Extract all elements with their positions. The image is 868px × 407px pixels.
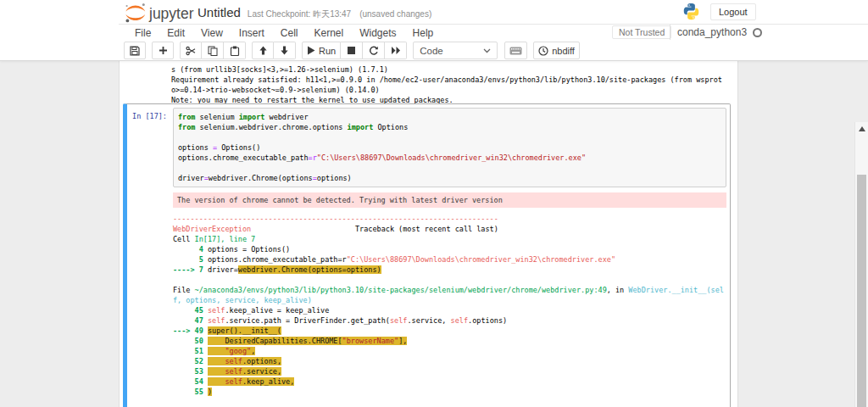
cell-type-select[interactable]: Code	[413, 42, 498, 59]
save-icon	[130, 46, 140, 56]
toolbar: Run Code	[0, 41, 868, 61]
plus-icon	[159, 46, 168, 55]
menu-help[interactable]: Help	[406, 25, 441, 41]
menu-edit[interactable]: Edit	[160, 25, 192, 41]
scrollbar-up-arrow[interactable]	[857, 124, 867, 134]
copy-cell-button[interactable]	[202, 42, 224, 59]
notebook-container: s (from urllib3[socks]<3,>=1.26->seleniu…	[119, 61, 738, 407]
cell-type-value: Code	[420, 46, 443, 56]
command-palette-button[interactable]	[504, 42, 527, 59]
menu-widgets[interactable]: Widgets	[353, 25, 403, 41]
cell-output-area: The version of chrome cannot be detected…	[173, 192, 726, 407]
cell-input-row: In [17]: from selenium import webdriverf…	[131, 108, 726, 187]
selected-code-cell[interactable]: In [17]: from selenium import webdriverf…	[123, 103, 731, 407]
previous-cell-output: s (from urllib3[socks]<3,>=1.26->seleniu…	[171, 64, 731, 105]
menu-view[interactable]: View	[194, 25, 230, 41]
move-cell-down-button[interactable]	[274, 42, 296, 59]
kernel-indicator: conda_python3	[670, 25, 762, 40]
error-traceback: ----------------------------------------…	[173, 214, 726, 407]
arrow-down-icon	[280, 46, 289, 55]
cut-cell-button[interactable]	[180, 42, 202, 59]
logout-button[interactable]: Logout	[710, 3, 756, 20]
menu-cell[interactable]: Cell	[274, 25, 305, 41]
restart-run-all-button[interactable]	[385, 42, 407, 59]
restart-kernel-button[interactable]	[363, 42, 385, 59]
chevron-down-icon	[483, 48, 491, 53]
not-trusted-button[interactable]: Not Trusted	[612, 25, 671, 39]
menu-kernel[interactable]: Kernel	[308, 25, 351, 41]
save-button[interactable]	[124, 42, 146, 59]
menus: File Edit View Insert Cell Kernel Widget…	[128, 25, 442, 41]
title-group: Untitled Last Checkpoint: 昨天13:47 (unsav…	[198, 5, 431, 20]
jupyter-logo-text: jupyter	[148, 5, 194, 22]
arrow-up-icon	[259, 46, 268, 55]
menu-insert[interactable]: Insert	[232, 25, 271, 41]
stderr-output: The version of chrome cannot be detected…	[173, 192, 726, 208]
app-header: jupyter Untitled Last Checkpoint: 昨天13:4…	[0, 0, 868, 61]
menu-file[interactable]: File	[128, 25, 158, 41]
kernel-name: conda_python3	[677, 26, 747, 38]
restart-icon	[369, 46, 379, 56]
nbdiff-button[interactable]: nbdiff	[533, 42, 580, 59]
notebook-scrollbar[interactable]	[854, 122, 868, 407]
stop-icon	[348, 47, 355, 54]
run-label: Run	[319, 46, 336, 56]
scrollbar-thumb[interactable]	[857, 175, 866, 407]
unsaved-changes-text: (unsaved changes)	[359, 9, 431, 19]
notebook-title[interactable]: Untitled	[198, 5, 241, 20]
insert-cell-button[interactable]	[152, 42, 174, 59]
copy-icon	[208, 46, 218, 56]
interrupt-kernel-button[interactable]	[341, 42, 363, 59]
scissors-icon	[186, 46, 196, 56]
code-editor[interactable]: from selenium import webdriverfrom selen…	[173, 108, 726, 187]
nbdiff-label: nbdiff	[552, 46, 575, 56]
paste-icon	[230, 46, 240, 56]
checkpoint-text: Last Checkpoint: 昨天13:47	[248, 8, 351, 20]
clock-icon	[538, 46, 548, 56]
keyboard-icon	[509, 47, 522, 55]
python-logo-icon	[682, 3, 700, 20]
play-icon	[307, 46, 315, 55]
paste-cell-button[interactable]	[224, 42, 246, 59]
fast-forward-icon	[391, 46, 401, 55]
menu-bar: File Edit View Insert Cell Kernel Widget…	[0, 25, 868, 41]
input-prompt: In [17]:	[131, 108, 173, 187]
run-cell-button[interactable]: Run	[302, 42, 341, 59]
header-row: jupyter Untitled Last Checkpoint: 昨天13:4…	[0, 0, 868, 24]
kernel-idle-icon	[753, 28, 762, 37]
notebook-area: s (from urllib3[socks]<3,>=1.26->seleniu…	[0, 61, 868, 407]
move-cell-up-button[interactable]	[252, 42, 274, 59]
